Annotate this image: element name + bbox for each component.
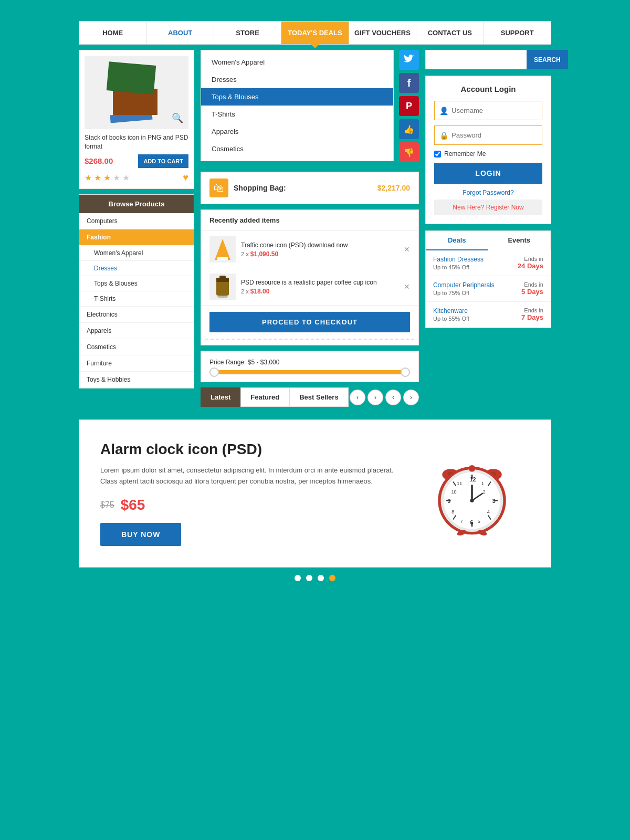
pagination-dot-4[interactable] (329, 575, 335, 581)
pinterest-icon[interactable]: P (399, 96, 419, 116)
search-bar: SEARCH (425, 50, 551, 69)
star-filled-3: ★ (103, 173, 111, 183)
hero-new-price: $65 (121, 497, 145, 513)
search-input[interactable] (425, 50, 527, 69)
browse-products-panel: Browse Products Computers Fashion Women'… (79, 194, 194, 388)
wishlist-heart-icon[interactable]: ♥ (183, 172, 188, 183)
book-green (107, 61, 156, 94)
deal-2-name[interactable]: Computer Peripherals (433, 281, 495, 289)
nav-todays-deals[interactable]: TODAY'S DEALS (281, 22, 349, 44)
deal-2-days: 5 Days (521, 288, 543, 296)
star-empty-1: ★ (113, 173, 120, 183)
subcategory-tshirts[interactable]: T-Shirts (79, 291, 194, 307)
nav-store[interactable]: STORE (214, 22, 281, 44)
deal-1-days: 24 Days (518, 262, 543, 270)
tab-events[interactable]: Events (488, 231, 551, 250)
password-input[interactable] (434, 125, 542, 145)
deal-1-name[interactable]: Fashion Dressess (433, 256, 484, 263)
search-button[interactable]: SEARCH (527, 50, 568, 69)
deal-2-ends: Ends in 5 Days (521, 281, 543, 296)
deal-2-discount: Up to 75% Off (433, 290, 495, 296)
cart-item-1-info: Traffic cone icon (PSD) download now 2 x… (241, 242, 398, 258)
cart-item-1-title: Traffic cone icon (PSD) download now (241, 242, 398, 249)
dropdown-dresses[interactable]: Dresses (201, 71, 393, 88)
facebook-icon[interactable]: f (399, 73, 419, 93)
social-icons-panel: f P 👍 👎 (399, 50, 419, 166)
category-fashion[interactable]: Fashion (79, 229, 194, 246)
thumbdown-icon[interactable]: 👎 (399, 142, 419, 162)
thumbup-icon[interactable]: 👍 (399, 119, 419, 139)
tab-next-btn[interactable]: › (368, 390, 383, 405)
dropdown-womens-apparel[interactable]: Women's Apparel (201, 54, 393, 71)
nav-contact-us[interactable]: CONTACT US (416, 22, 484, 44)
remember-me-checkbox[interactable] (434, 151, 441, 158)
twitter-icon[interactable] (399, 50, 419, 70)
cart-item-2-title: PSD resource is a realistic paper coffee… (241, 279, 398, 286)
register-link[interactable]: New Here? Register Now (434, 200, 542, 215)
deal-1-discount: Up to 45% Off (433, 264, 484, 270)
tab-next-btn-2[interactable]: › (403, 390, 419, 405)
buy-now-button[interactable]: BUY NOW (100, 523, 181, 546)
category-toys-hobbies[interactable]: Toys & Hobbies (79, 372, 194, 388)
subcategory-dresses[interactable]: Dresses (79, 261, 194, 276)
tab-featured[interactable]: Featured (240, 387, 289, 407)
hero-old-price: $75 (100, 500, 114, 510)
deal-row-1: Fashion Dressess Up to 45% Off Ends in 2… (426, 250, 551, 276)
deal-2-info: Computer Peripherals Up to 75% Off (433, 281, 495, 296)
star-filled-1: ★ (85, 173, 92, 183)
password-input-group: 🔒 (434, 125, 542, 145)
tab-deals[interactable]: Deals (426, 231, 488, 250)
deal-3-name[interactable]: Kitchenware (433, 307, 469, 314)
pagination-dot-2[interactable] (306, 575, 312, 581)
svg-text:7: 7 (460, 519, 463, 524)
subcategory-tops-blouses[interactable]: Tops & Blouses (79, 276, 194, 291)
cart-item-2-qty: 2 x $18.00 (241, 288, 398, 295)
price-range-slider[interactable] (209, 370, 410, 374)
forgot-password-link[interactable]: Forgot Password? (434, 189, 542, 196)
cart-item-1-qty: 2 x $1,090.50 (241, 250, 398, 258)
cart-item-2-remove[interactable]: ✕ (404, 282, 410, 291)
slider-handle-right[interactable] (401, 368, 410, 377)
category-furniture[interactable]: Furniture (79, 355, 194, 372)
svg-rect-4 (219, 276, 226, 279)
add-to-cart-button[interactable]: ADD TO CART (138, 154, 188, 168)
deal-3-info: Kitchenware Up to 55% Off (433, 307, 469, 322)
tab-prev-btn-2[interactable]: ‹ (385, 390, 401, 405)
tab-prev-btn[interactable]: ‹ (350, 390, 365, 405)
hero-description: Lorem ipsum dolor sit amet, consectetur … (100, 465, 398, 487)
svg-text:9: 9 (447, 498, 450, 504)
category-computers[interactable]: Computers (79, 213, 194, 229)
dropdown-tops-blouses[interactable]: Tops & Blouses (201, 88, 393, 106)
category-apparels[interactable]: Apparels (79, 323, 194, 339)
checkout-button[interactable]: PROCEED TO CHECKOUT (209, 312, 410, 332)
pagination-dot-3[interactable] (318, 575, 324, 581)
cart-item-1-price: $1,090.50 (250, 250, 278, 258)
account-login-panel: Account Login 👤 🔒 Remember Me LOGIN Forg… (425, 76, 551, 224)
login-button[interactable]: LOGIN (434, 163, 542, 184)
cart-item-1: Traffic cone icon (PSD) download now 2 x… (201, 231, 418, 268)
svg-point-38 (469, 465, 476, 472)
dropdown-cosmetics[interactable]: Cosmetics (201, 140, 393, 158)
nav-home[interactable]: HOME (79, 22, 146, 44)
svg-text:5: 5 (478, 519, 480, 524)
category-electronics[interactable]: Electronics (79, 307, 194, 323)
dropdown-tshirts[interactable]: T-Shirts (201, 106, 393, 123)
dropdown-apparels[interactable]: Apparels (201, 123, 393, 140)
shopping-bag-label: Shopping Bag: (234, 184, 286, 192)
navbar: HOME ABOUT STORE TODAY'S DEALS GIFT VOUC… (79, 21, 551, 45)
cart-item-1-remove[interactable]: ✕ (404, 245, 410, 254)
slider-handle-left[interactable] (209, 368, 219, 377)
category-cosmetics[interactable]: Cosmetics (79, 339, 194, 355)
pagination-dot-1[interactable] (295, 575, 301, 581)
nav-support[interactable]: SUPPORT (484, 22, 551, 44)
username-input[interactable] (434, 101, 542, 120)
nav-gift-vouchers[interactable]: GIFT VOUCHERS (349, 22, 416, 44)
lock-icon: 🔒 (439, 131, 448, 140)
nav-about[interactable]: ABOUT (146, 22, 214, 44)
subcategory-womens-apparel[interactable]: Women's Apparel (79, 246, 194, 261)
hero-product-image: 12 3 6 9 1 4 5 11 10 8 7 2 (414, 436, 530, 551)
remember-me-row: Remember Me (434, 150, 542, 158)
tab-best-sellers[interactable]: Best Sellers (289, 387, 348, 407)
tab-latest[interactable]: Latest (201, 387, 240, 407)
pagination-dots (79, 575, 551, 581)
